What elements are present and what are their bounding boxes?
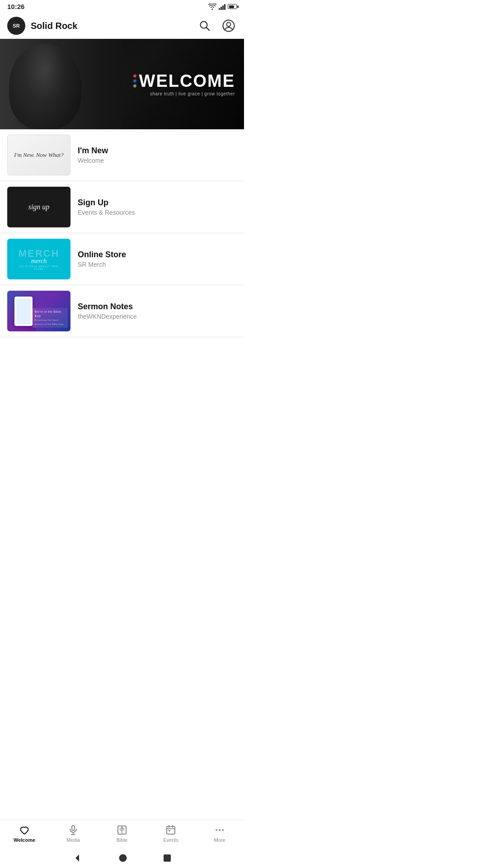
- item-subtitle-sermon: theWKNDexperience: [78, 313, 237, 320]
- thumb-store-content: MERCH merch SOLID ROCK MERCH THEM STORE: [14, 248, 64, 270]
- hero-banner: WELCOME share truth | live grace | grow …: [0, 39, 244, 129]
- dot-red: [133, 74, 136, 77]
- hero-welcome-label: WELCOME: [139, 72, 235, 90]
- item-title-store: Online Store: [78, 250, 237, 259]
- signal-icon: [219, 4, 225, 10]
- phone-mockup: [14, 297, 33, 326]
- list-item-store[interactable]: MERCH merch SOLID ROCK MERCH THEM STORE …: [0, 233, 244, 285]
- profile-icon: [222, 19, 235, 32]
- item-subtitle-store: SR Merch: [78, 261, 237, 268]
- item-text-signup: Sign Up Events & Resources: [78, 198, 237, 216]
- hero-content: WELCOME share truth | live grace | grow …: [133, 72, 235, 96]
- item-text-sermon: Sermon Notes theWKNDexperience: [78, 302, 237, 320]
- header-actions: [197, 18, 237, 34]
- item-subtitle-signup: Events & Resources: [78, 209, 237, 216]
- hero-welcome-row: WELCOME: [133, 72, 235, 90]
- list-item-sermon[interactable]: We're in the Bible App Download the late…: [0, 285, 244, 337]
- status-icons: [208, 4, 237, 10]
- thumbnail-sermon: We're in the Bible App Download the late…: [7, 291, 70, 331]
- hero-accent-dots: [133, 74, 136, 87]
- thumb-merch-sub: SOLID ROCK MERCH THEM STORE: [14, 265, 64, 270]
- wifi-icon: [208, 4, 216, 10]
- item-title-signup: Sign Up: [78, 198, 237, 208]
- content-area: I'm New. Now What? I'm New Welcome sign …: [0, 129, 244, 396]
- item-subtitle-new: Welcome: [78, 157, 237, 164]
- thumb-signup-text: sign up: [28, 203, 50, 211]
- item-title-sermon: Sermon Notes: [78, 302, 237, 311]
- dot-light: [133, 84, 136, 87]
- app-header: SR Solid Rock: [0, 13, 244, 39]
- thumb-new-text: I'm New. Now What?: [10, 147, 67, 163]
- profile-button[interactable]: [221, 18, 237, 34]
- svg-point-3: [227, 23, 231, 27]
- status-bar: 10:26: [0, 0, 244, 13]
- svg-line-1: [206, 28, 210, 31]
- app-logo: SR: [7, 17, 25, 35]
- list-item-signup[interactable]: sign up Sign Up Events & Resources: [0, 181, 244, 233]
- search-button[interactable]: [197, 18, 212, 33]
- battery-icon: [228, 4, 237, 9]
- item-text-new: I'm New Welcome: [78, 146, 237, 164]
- hero-person-image: [0, 39, 122, 129]
- sermon-bg-overlay: [36, 291, 70, 331]
- list-item-new[interactable]: I'm New. Now What? I'm New Welcome: [0, 129, 244, 181]
- status-time: 10:26: [7, 3, 24, 10]
- dot-blue: [133, 79, 136, 82]
- item-text-store: Online Store SR Merch: [78, 250, 237, 268]
- thumbnail-new: I'm New. Now What?: [7, 135, 70, 175]
- thumbnail-signup: sign up: [7, 187, 70, 227]
- app-title: Solid Rock: [31, 21, 197, 31]
- thumbnail-store: MERCH merch SOLID ROCK MERCH THEM STORE: [7, 239, 70, 279]
- item-title-new: I'm New: [78, 146, 237, 156]
- hero-tagline: share truth | live grace | grow together: [133, 91, 235, 96]
- search-icon: [199, 20, 211, 32]
